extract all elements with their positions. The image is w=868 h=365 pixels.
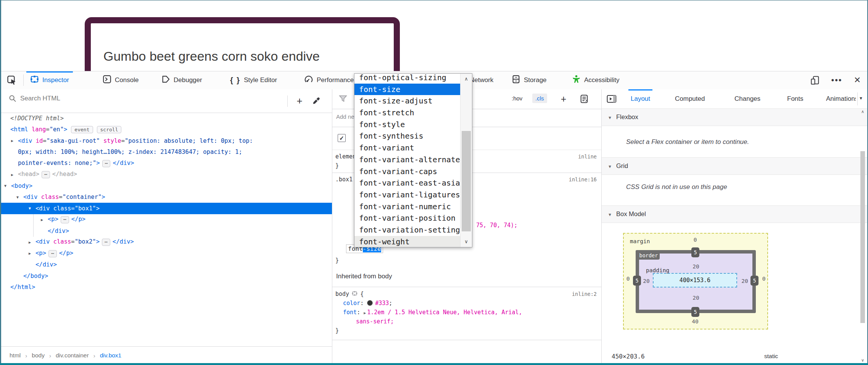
- box-model-section-header[interactable]: ▼ Box Model: [602, 205, 868, 223]
- margin-bottom-value[interactable]: 40: [689, 318, 701, 325]
- tab-inspector[interactable]: Inspector: [26, 71, 73, 89]
- autocomplete-item[interactable]: font-weight: [354, 236, 461, 247]
- markup-line[interactable]: 0px; width: 100%; height…100%; z-index: …: [1, 147, 332, 158]
- element-rule-source-link[interactable]: inline: [578, 152, 597, 161]
- body-color-declaration[interactable]: color: #333;: [343, 299, 392, 308]
- body-rule-source-link[interactable]: inline:2: [572, 289, 597, 299]
- scroll-down-arrow[interactable]: ∨: [859, 358, 866, 363]
- margin-top-value[interactable]: 0: [689, 237, 701, 243]
- tab-computed[interactable]: Computed: [675, 89, 705, 108]
- markup-line[interactable]: </div>: [1, 259, 332, 271]
- autocomplete-item[interactable]: font-variant-east-asian: [354, 177, 461, 189]
- expand-arrow-icon[interactable]: ▶: [29, 240, 31, 244]
- add-rule-button[interactable]: +: [556, 91, 571, 107]
- markup-line[interactable]: <!DOCTYPE html>: [1, 113, 332, 124]
- autocomplete-item[interactable]: font-style: [354, 119, 461, 131]
- autocomplete-item[interactable]: font-size: [354, 84, 461, 95]
- scrollbar-thumb[interactable]: [462, 131, 471, 231]
- markup-line[interactable]: ▶<p>⋯</p>: [1, 214, 332, 226]
- eyedropper-button[interactable]: [309, 95, 323, 107]
- scroll-up-arrow[interactable]: ∧: [461, 74, 472, 84]
- collapsed-content-pill[interactable]: ⋯: [48, 250, 57, 257]
- tab-animations[interactable]: Animations: [826, 89, 856, 108]
- add-node-button[interactable]: +: [292, 92, 307, 109]
- scroll-down-arrow[interactable]: ∨: [461, 236, 472, 247]
- class-toggle-checkbox[interactable]: ✓: [338, 134, 346, 142]
- border-bottom-value[interactable]: 5: [691, 307, 699, 317]
- autocomplete-item[interactable]: font-variant-ligatures: [354, 189, 461, 201]
- class-panel-button[interactable]: .cls: [532, 94, 547, 103]
- sidebar-scrollbar[interactable]: ∧ ∨: [859, 109, 866, 363]
- autocomplete-item[interactable]: font-variant: [354, 142, 461, 154]
- tab-style-editor[interactable]: { }Style Editor: [226, 71, 281, 89]
- breadcrumb-item-div.container[interactable]: div.container: [56, 352, 89, 359]
- expand-arrow-icon[interactable]: ▶: [41, 218, 43, 222]
- markup-line[interactable]: ▼<body>: [1, 180, 332, 192]
- markup-line[interactable]: ▶<div class="box2">⋯</div>: [1, 237, 332, 248]
- breadcrumb-item-html[interactable]: html: [10, 352, 21, 359]
- tab-performance[interactable]: Performance: [300, 71, 358, 89]
- breadcrumb-item-div.box1[interactable]: div.box1: [100, 352, 122, 359]
- scroll-up-arrow[interactable]: ∧: [859, 109, 866, 114]
- tab-changes[interactable]: Changes: [734, 89, 760, 108]
- autocomplete-item[interactable]: font-variation-settings: [354, 224, 461, 236]
- body-font-declaration[interactable]: font: ▶1.2em / 1.5 Helvetica Neue, Helve…: [343, 308, 522, 317]
- autocomplete-item[interactable]: font-optical-sizing: [354, 74, 461, 84]
- collapsed-content-pill[interactable]: ⋯: [61, 216, 69, 223]
- all-tabs-dropdown-icon[interactable]: ▼: [859, 96, 863, 100]
- markup-line[interactable]: </body>: [1, 270, 332, 282]
- markup-line[interactable]: ▶<div id="saka-gui-root" style="position…: [1, 135, 332, 147]
- expand-arrow-icon[interactable]: ▶: [29, 251, 31, 255]
- markup-line[interactable]: ▼<div class="container">: [1, 192, 332, 203]
- expand-shorthand-icon[interactable]: ▶: [364, 311, 366, 315]
- tab-storage[interactable]: Storage: [508, 71, 551, 89]
- dom-event-badge[interactable]: scroll: [97, 126, 122, 133]
- expand-arrow-icon[interactable]: ▶: [11, 139, 13, 143]
- padding-left-value[interactable]: 20: [641, 278, 652, 284]
- grid-section-header[interactable]: ▼ Grid: [602, 157, 868, 175]
- padding-right-value[interactable]: 20: [739, 278, 750, 284]
- box-model-diagram[interactable]: margin 0 40 0 0 400×153.6 padding 20 20 …: [623, 233, 768, 329]
- close-devtools-button[interactable]: ✕: [849, 71, 866, 89]
- markup-line[interactable]: </html>: [1, 282, 332, 293]
- tab-debugger[interactable]: Debugger: [158, 71, 206, 89]
- collapsed-content-pill[interactable]: ⋯: [102, 239, 110, 246]
- tab-accessibility[interactable]: Accessibility: [568, 71, 623, 89]
- body-rule-selector[interactable]: body{: [335, 289, 364, 299]
- collapse-arrow-icon[interactable]: ▼: [29, 206, 31, 210]
- autocomplete-item[interactable]: font-variant-position: [354, 212, 461, 224]
- collapsed-content-pill[interactable]: ⋯: [102, 160, 111, 167]
- color-swatch[interactable]: [367, 300, 373, 306]
- padding-top-value[interactable]: 20: [690, 263, 702, 270]
- devtools-options-button[interactable]: •••: [828, 71, 845, 89]
- filter-styles-icon[interactable]: [338, 94, 348, 105]
- sidebar-toggle-button[interactable]: [605, 94, 618, 104]
- autocomplete-item[interactable]: font-synthesis: [354, 130, 461, 142]
- autocomplete-scrollbar[interactable]: ∧ ∨: [460, 74, 472, 247]
- markup-line[interactable]: pointer-events: none;">⋯</div>: [1, 158, 332, 169]
- border-left-value[interactable]: 5: [633, 276, 641, 286]
- markup-line[interactable]: ▶<head>⋯</head>: [1, 169, 332, 181]
- autocomplete-item[interactable]: font-size-adjust: [354, 95, 461, 107]
- collapse-arrow-icon[interactable]: ▼: [16, 195, 19, 199]
- autocomplete-item[interactable]: font-variant-numeric: [354, 201, 461, 213]
- border-top-value[interactable]: 5: [691, 247, 699, 257]
- collapsed-content-pill[interactable]: ⋯: [42, 171, 50, 178]
- pseudo-class-panel-button[interactable]: :hov: [509, 94, 525, 103]
- dom-event-badge[interactable]: event: [71, 126, 93, 133]
- markup-line-selected[interactable]: ▼<div class="box1">: [1, 203, 332, 214]
- autocomplete-item[interactable]: font-variant-alternates: [354, 154, 461, 166]
- margin-right-value[interactable]: 0: [758, 276, 770, 282]
- content-box[interactable]: 400×153.6: [653, 273, 737, 287]
- scrollbar-thumb[interactable]: [860, 151, 865, 323]
- margin-left-value[interactable]: 0: [622, 276, 634, 282]
- highlight-selector-icon[interactable]: [351, 290, 358, 299]
- tab-console[interactable]: Console: [99, 71, 142, 89]
- responsive-design-mode-button[interactable]: [807, 71, 824, 89]
- flexbox-section-header[interactable]: ▼ Flexbox: [602, 108, 868, 126]
- padding-bottom-value[interactable]: 20: [690, 295, 702, 301]
- tab-layout[interactable]: Layout: [631, 89, 650, 108]
- tab-fonts[interactable]: Fonts: [787, 89, 804, 108]
- markup-line[interactable]: ▶<p>⋯</p>: [1, 248, 332, 259]
- border-right-value[interactable]: 5: [750, 276, 758, 286]
